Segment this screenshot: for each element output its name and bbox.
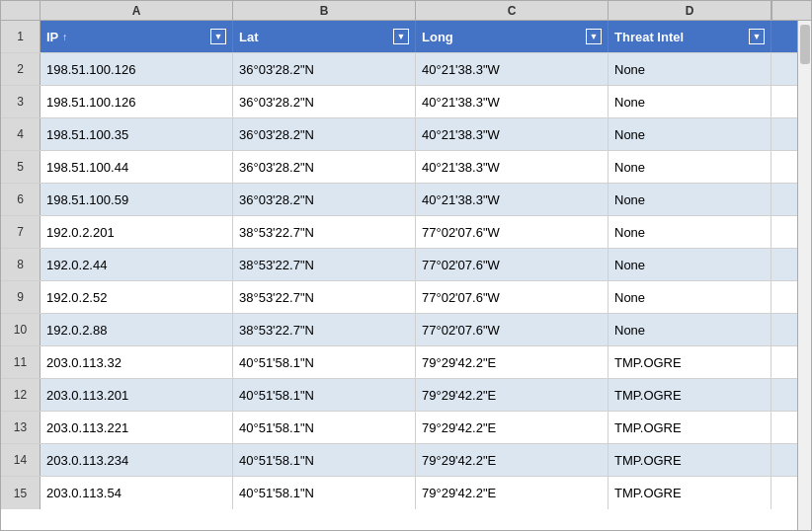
row-number: 11 — [1, 346, 41, 378]
cell-lat[interactable]: 38°53'22.7"N — [233, 314, 416, 345]
cell-lat[interactable]: 36°03'28.2"N — [233, 118, 416, 150]
row-number: 6 — [1, 184, 41, 215]
table-row[interactable]: 9 192.0.2.52 38°53'22.7"N 77°02'07.6"W N… — [1, 281, 797, 314]
cell-lat[interactable]: 38°53'22.7"N — [233, 216, 416, 248]
cell-threat[interactable]: TMP.OGRE — [609, 346, 771, 378]
cell-threat[interactable]: None — [609, 184, 771, 215]
cell-threat[interactable]: TMP.OGRE — [609, 412, 771, 443]
cell-ip[interactable]: 192.0.2.88 — [41, 314, 233, 345]
cell-long[interactable]: 79°29'42.2"E — [416, 346, 609, 378]
cell-threat[interactable]: None — [609, 314, 771, 345]
cell-long[interactable]: 40°21'38.3"W — [416, 184, 609, 215]
cell-threat[interactable]: None — [609, 216, 771, 248]
cell-threat[interactable]: None — [609, 281, 771, 313]
cell-ip[interactable]: 203.0.113.221 — [41, 412, 233, 443]
cell-ip[interactable]: 192.0.2.201 — [41, 216, 233, 248]
scroll-thumb[interactable] — [800, 25, 810, 64]
ip-filter-button[interactable]: ▼ — [210, 29, 226, 44]
cell-lat[interactable]: 36°03'28.2"N — [233, 86, 416, 117]
cell-long[interactable]: 40°21'38.3"W — [416, 53, 609, 85]
table-row[interactable]: 11 203.0.113.32 40°51'58.1"N 79°29'42.2"… — [1, 346, 797, 379]
cell-long[interactable]: 40°21'38.3"W — [416, 86, 609, 117]
data-rows: 2 198.51.100.126 36°03'28.2"N 40°21'38.3… — [1, 53, 797, 509]
table-row[interactable]: 7 192.0.2.201 38°53'22.7"N 77°02'07.6"W … — [1, 216, 797, 249]
cell-long[interactable]: 79°29'42.2"E — [416, 477, 609, 509]
row-number: 9 — [1, 281, 41, 313]
threat-filter-button[interactable]: ▼ — [749, 29, 765, 44]
cell-threat[interactable]: TMP.OGRE — [609, 477, 771, 509]
table-row[interactable]: 10 192.0.2.88 38°53'22.7"N 77°02'07.6"W … — [1, 314, 797, 346]
table-row[interactable]: 14 203.0.113.234 40°51'58.1"N 79°29'42.2… — [1, 444, 797, 477]
cell-lat[interactable]: 40°51'58.1"N — [233, 412, 416, 443]
cell-ip[interactable]: 203.0.113.54 — [41, 477, 233, 509]
row-number: 7 — [1, 216, 41, 248]
cell-lat[interactable]: 36°03'28.2"N — [233, 151, 416, 183]
table-row[interactable]: 4 198.51.100.35 36°03'28.2"N 40°21'38.3"… — [1, 118, 797, 151]
cell-lat[interactable]: 38°53'22.7"N — [233, 281, 416, 313]
cell-lat[interactable]: 36°03'28.2"N — [233, 53, 416, 85]
header-cell-lat[interactable]: Lat ▼ — [233, 21, 416, 52]
cell-long[interactable]: 79°29'42.2"E — [416, 412, 609, 443]
table-row[interactable]: 2 198.51.100.126 36°03'28.2"N 40°21'38.3… — [1, 53, 797, 86]
cell-ip[interactable]: 203.0.113.201 — [41, 379, 233, 411]
cell-lat[interactable]: 40°51'58.1"N — [233, 346, 416, 378]
long-header-label: Long — [422, 30, 453, 44]
cell-threat[interactable]: TMP.OGRE — [609, 444, 771, 476]
cell-long[interactable]: 40°21'38.3"W — [416, 151, 609, 183]
row-number: 2 — [1, 53, 41, 85]
row-number: 5 — [1, 151, 41, 183]
long-filter-button[interactable]: ▼ — [586, 29, 602, 44]
cell-lat[interactable]: 40°51'58.1"N — [233, 379, 416, 411]
cell-ip[interactable]: 198.51.100.44 — [41, 151, 233, 183]
lat-filter-button[interactable]: ▼ — [393, 29, 409, 44]
table-row[interactable]: 13 203.0.113.221 40°51'58.1"N 79°29'42.2… — [1, 412, 797, 444]
cell-ip[interactable]: 203.0.113.32 — [41, 346, 233, 378]
row-number: 15 — [1, 477, 41, 509]
cell-ip[interactable]: 203.0.113.234 — [41, 444, 233, 476]
header-cell-threat[interactable]: Threat Intel ▼ — [609, 21, 771, 52]
scroll-track[interactable] — [798, 21, 811, 530]
cell-ip[interactable]: 198.51.100.126 — [41, 53, 233, 85]
cell-long[interactable]: 77°02'07.6"W — [416, 216, 609, 248]
table-row[interactable]: 3 198.51.100.126 36°03'28.2"N 40°21'38.3… — [1, 86, 797, 118]
cell-ip[interactable]: 192.0.2.44 — [41, 249, 233, 280]
sort-icon: ↑ — [62, 32, 67, 42]
cell-ip[interactable]: 198.51.100.35 — [41, 118, 233, 150]
cell-threat[interactable]: None — [609, 249, 771, 280]
cell-lat[interactable]: 38°53'22.7"N — [233, 249, 416, 280]
cell-lat[interactable]: 40°51'58.1"N — [233, 477, 416, 509]
cell-ip[interactable]: 198.51.100.126 — [41, 86, 233, 117]
corner-cell — [1, 1, 41, 20]
cell-ip[interactable]: 198.51.100.59 — [41, 184, 233, 215]
cell-lat[interactable]: 36°03'28.2"N — [233, 184, 416, 215]
cell-long[interactable]: 40°21'38.3"W — [416, 118, 609, 150]
table-row[interactable]: 12 203.0.113.201 40°51'58.1"N 79°29'42.2… — [1, 379, 797, 412]
spreadsheet: A B C D 1 IP ↑ ▼ Lat ▼ Long ▼ — [0, 0, 812, 531]
header-cell-long[interactable]: Long ▼ — [416, 21, 609, 52]
cell-long[interactable]: 77°02'07.6"W — [416, 281, 609, 313]
row-number: 4 — [1, 118, 41, 150]
cell-threat[interactable]: None — [609, 86, 771, 117]
col-letter-c: C — [416, 1, 609, 20]
header-cell-ip[interactable]: IP ↑ ▼ — [41, 21, 233, 52]
table-row[interactable]: 6 198.51.100.59 36°03'28.2"N 40°21'38.3"… — [1, 184, 797, 216]
cell-long[interactable]: 77°02'07.6"W — [416, 249, 609, 280]
cell-threat[interactable]: None — [609, 53, 771, 85]
table-row[interactable]: 5 198.51.100.44 36°03'28.2"N 40°21'38.3"… — [1, 151, 797, 184]
ip-header-label: IP — [46, 30, 58, 44]
cell-long[interactable]: 79°29'42.2"E — [416, 444, 609, 476]
column-letters-row: A B C D — [1, 1, 811, 21]
cell-ip[interactable]: 192.0.2.52 — [41, 281, 233, 313]
cell-threat[interactable]: TMP.OGRE — [609, 379, 771, 411]
scrollbar[interactable] — [797, 21, 811, 530]
table-row[interactable]: 15 203.0.113.54 40°51'58.1"N 79°29'42.2"… — [1, 477, 797, 509]
header-row: 1 IP ↑ ▼ Lat ▼ Long ▼ Threat Intel ▼ — [1, 21, 797, 53]
table-row[interactable]: 8 192.0.2.44 38°53'22.7"N 77°02'07.6"W N… — [1, 249, 797, 281]
cell-long[interactable]: 77°02'07.6"W — [416, 314, 609, 345]
cell-threat[interactable]: None — [609, 118, 771, 150]
cell-long[interactable]: 79°29'42.2"E — [416, 379, 609, 411]
row-number: 12 — [1, 379, 41, 411]
table-area: 1 IP ↑ ▼ Lat ▼ Long ▼ Threat Intel ▼ — [1, 21, 797, 530]
cell-threat[interactable]: None — [609, 151, 771, 183]
cell-lat[interactable]: 40°51'58.1"N — [233, 444, 416, 476]
